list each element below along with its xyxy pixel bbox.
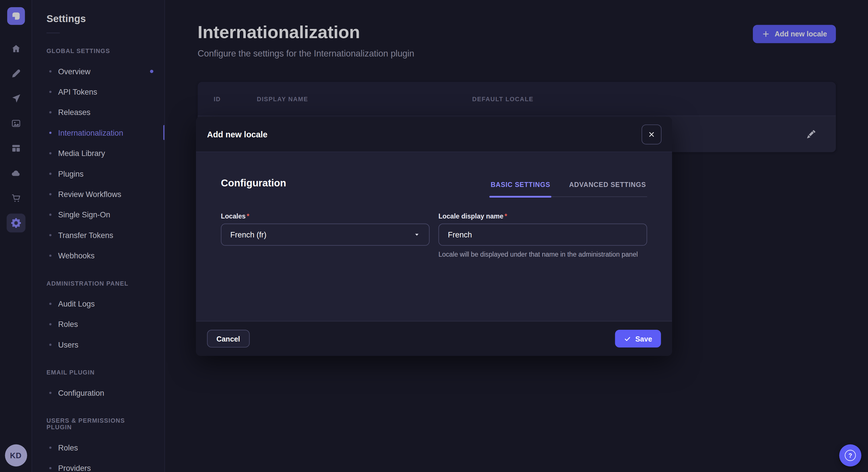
app-root: KD Settings GLOBAL SETTINGS Overview API… (0, 0, 868, 472)
required-asterisk: * (505, 212, 507, 220)
save-button[interactable]: Save (615, 330, 661, 347)
help-button[interactable]: ? (839, 444, 861, 467)
modal-body: Configuration BASIC SETTINGS ADVANCED SE… (196, 152, 672, 321)
modal-tabs: BASIC SETTINGS ADVANCED SETTINGS (490, 181, 647, 197)
display-name-label: Locale display name* (438, 212, 647, 220)
close-modal-button[interactable] (642, 124, 661, 144)
question-mark-icon: ? (845, 450, 856, 461)
cancel-button[interactable]: Cancel (207, 330, 249, 347)
close-icon (648, 131, 655, 137)
modal-footer: Cancel Save (196, 321, 672, 356)
locales-select-value: French (fr) (230, 230, 267, 239)
check-icon (624, 335, 631, 342)
configuration-title: Configuration (221, 177, 286, 197)
locales-field: Locales* French (fr) (221, 212, 429, 260)
display-name-input[interactable] (438, 224, 647, 246)
save-button-label: Save (635, 334, 652, 343)
locales-label: Locales* (221, 212, 429, 220)
chevron-down-icon (414, 231, 420, 238)
modal-form-fields: Locales* French (fr) Locale display name… (221, 212, 647, 260)
display-name-hint: Locale will be displayed under that name… (438, 250, 647, 259)
modal-title: Add new locale (207, 130, 268, 139)
modal-header: Add new locale (196, 117, 672, 152)
locales-label-text: Locales (221, 212, 245, 220)
tab-basic-settings[interactable]: BASIC SETTINGS (490, 181, 551, 196)
add-locale-modal: Add new locale Configuration BASIC SETTI… (196, 117, 672, 356)
required-asterisk: * (247, 212, 249, 220)
tab-advanced-settings[interactable]: ADVANCED SETTINGS (568, 181, 647, 196)
display-name-label-text: Locale display name (438, 212, 503, 220)
display-name-field: Locale display name* Locale will be disp… (438, 212, 647, 260)
locales-select[interactable]: French (fr) (221, 224, 429, 246)
configuration-row: Configuration BASIC SETTINGS ADVANCED SE… (221, 152, 647, 197)
